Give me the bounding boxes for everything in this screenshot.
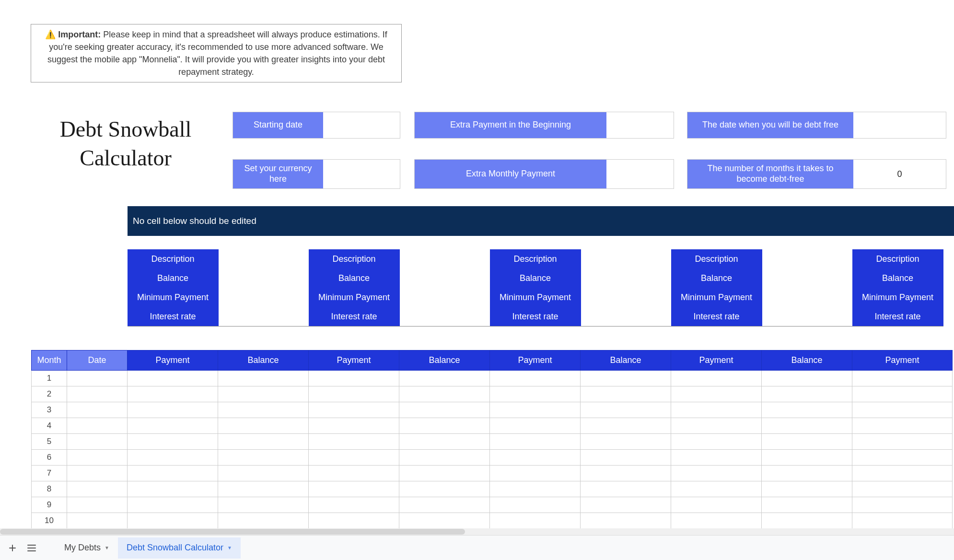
- schedule-cell[interactable]: [762, 371, 852, 386]
- debt-value-cell[interactable]: [219, 268, 309, 288]
- debt-value-cell[interactable]: [581, 288, 671, 307]
- schedule-cell[interactable]: [309, 402, 399, 418]
- schedule-cell[interactable]: [671, 434, 762, 450]
- schedule-cell[interactable]: [671, 402, 762, 418]
- schedule-cell[interactable]: [399, 371, 490, 386]
- starting-date-input[interactable]: [323, 112, 400, 138]
- add-sheet-button[interactable]: [3, 538, 22, 558]
- month-cell[interactable]: 5: [32, 434, 67, 450]
- tab-my-debts[interactable]: My Debts ▼: [56, 537, 118, 559]
- schedule-cell[interactable]: [852, 481, 953, 497]
- schedule-cell[interactable]: [67, 402, 128, 418]
- schedule-cell[interactable]: [399, 386, 490, 402]
- schedule-cell[interactable]: [67, 386, 128, 402]
- schedule-cell[interactable]: [852, 466, 953, 481]
- schedule-cell[interactable]: [128, 481, 218, 497]
- schedule-cell[interactable]: [581, 371, 671, 386]
- schedule-cell[interactable]: [399, 450, 490, 466]
- currency-input[interactable]: [323, 160, 400, 188]
- schedule-cell[interactable]: [309, 481, 399, 497]
- schedule-cell[interactable]: [490, 513, 581, 529]
- month-cell[interactable]: 7: [32, 466, 67, 481]
- schedule-cell[interactable]: [399, 418, 490, 434]
- schedule-cell[interactable]: [490, 450, 581, 466]
- schedule-cell[interactable]: [128, 497, 218, 513]
- schedule-cell[interactable]: [309, 450, 399, 466]
- schedule-cell[interactable]: [762, 402, 852, 418]
- schedule-cell[interactable]: [581, 513, 671, 529]
- schedule-cell[interactable]: [581, 386, 671, 402]
- schedule-cell[interactable]: [218, 386, 309, 402]
- schedule-cell[interactable]: [852, 418, 953, 434]
- schedule-cell[interactable]: [852, 497, 953, 513]
- debt-value-cell[interactable]: [219, 249, 309, 268]
- schedule-cell[interactable]: [218, 434, 309, 450]
- schedule-cell[interactable]: [399, 402, 490, 418]
- month-cell[interactable]: 9: [32, 497, 67, 513]
- schedule-cell[interactable]: [309, 434, 399, 450]
- all-sheets-button[interactable]: [22, 538, 41, 558]
- schedule-cell[interactable]: [581, 434, 671, 450]
- debt-value-cell[interactable]: [219, 288, 309, 307]
- schedule-cell[interactable]: [309, 371, 399, 386]
- tab-debt-snowball[interactable]: Debt Snowball Calculator ▼: [118, 537, 241, 559]
- schedule-cell[interactable]: [490, 418, 581, 434]
- debt-value-cell[interactable]: [400, 307, 490, 326]
- schedule-cell[interactable]: [762, 450, 852, 466]
- schedule-cell[interactable]: [671, 466, 762, 481]
- schedule-cell[interactable]: [671, 481, 762, 497]
- month-cell[interactable]: 4: [32, 418, 67, 434]
- month-cell[interactable]: 10: [32, 513, 67, 529]
- schedule-cell[interactable]: [218, 466, 309, 481]
- schedule-cell[interactable]: [67, 497, 128, 513]
- schedule-cell[interactable]: [762, 513, 852, 529]
- schedule-cell[interactable]: [309, 386, 399, 402]
- schedule-cell[interactable]: [490, 434, 581, 450]
- schedule-cell[interactable]: [581, 418, 671, 434]
- schedule-cell[interactable]: [128, 466, 218, 481]
- schedule-cell[interactable]: [490, 402, 581, 418]
- month-cell[interactable]: 3: [32, 402, 67, 418]
- schedule-cell[interactable]: [852, 450, 953, 466]
- schedule-cell[interactable]: [128, 386, 218, 402]
- debt-value-cell[interactable]: [762, 288, 852, 307]
- debt-value-cell[interactable]: [581, 307, 671, 326]
- horizontal-scrollbar[interactable]: [0, 528, 954, 535]
- debt-value-cell[interactable]: [581, 268, 671, 288]
- schedule-cell[interactable]: [128, 371, 218, 386]
- schedule-cell[interactable]: [762, 386, 852, 402]
- schedule-cell[interactable]: [581, 402, 671, 418]
- schedule-cell[interactable]: [67, 513, 128, 529]
- schedule-cell[interactable]: [762, 418, 852, 434]
- debt-value-cell[interactable]: [400, 249, 490, 268]
- schedule-cell[interactable]: [67, 371, 128, 386]
- schedule-cell[interactable]: [490, 481, 581, 497]
- schedule-cell[interactable]: [671, 450, 762, 466]
- schedule-cell[interactable]: [490, 371, 581, 386]
- schedule-cell[interactable]: [309, 513, 399, 529]
- schedule-cell[interactable]: [762, 466, 852, 481]
- schedule-cell[interactable]: [309, 466, 399, 481]
- schedule-cell[interactable]: [128, 434, 218, 450]
- schedule-cell[interactable]: [67, 450, 128, 466]
- schedule-cell[interactable]: [671, 386, 762, 402]
- schedule-cell[interactable]: [218, 418, 309, 434]
- month-cell[interactable]: 8: [32, 481, 67, 497]
- schedule-cell[interactable]: [852, 371, 953, 386]
- schedule-cell[interactable]: [128, 418, 218, 434]
- schedule-cell[interactable]: [309, 497, 399, 513]
- schedule-cell[interactable]: [581, 497, 671, 513]
- scrollbar-thumb[interactable]: [0, 529, 465, 535]
- debt-value-cell[interactable]: [400, 288, 490, 307]
- schedule-cell[interactable]: [490, 466, 581, 481]
- schedule-cell[interactable]: [67, 466, 128, 481]
- debt-value-cell[interactable]: [219, 307, 309, 326]
- month-cell[interactable]: 2: [32, 386, 67, 402]
- schedule-cell[interactable]: [671, 513, 762, 529]
- schedule-cell[interactable]: [852, 434, 953, 450]
- schedule-cell[interactable]: [399, 466, 490, 481]
- schedule-cell[interactable]: [128, 450, 218, 466]
- month-cell[interactable]: 6: [32, 450, 67, 466]
- schedule-cell[interactable]: [762, 481, 852, 497]
- schedule-cell[interactable]: [128, 513, 218, 529]
